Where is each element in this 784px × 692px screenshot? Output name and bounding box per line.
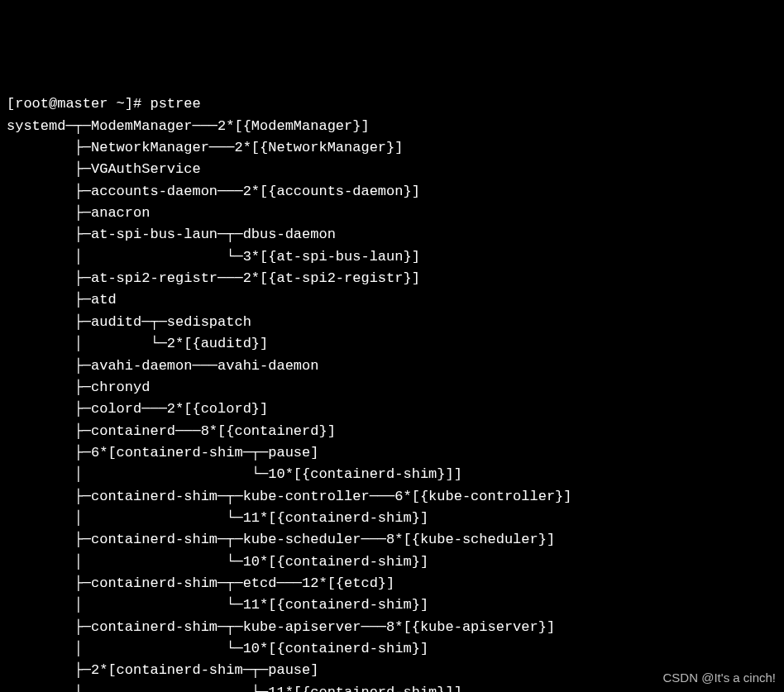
pstree-line: ├─containerd───8*[{containerd}]	[7, 423, 336, 439]
pstree-line: │ └─10*[{containerd-shim}]	[7, 641, 428, 656]
terminal-output: [root@master ~]# pstree systemd─┬─ModemM…	[7, 93, 777, 692]
pstree-line: ├─VGAuthService	[7, 161, 201, 177]
shell-prompt-line: [root@master ~]# pstree	[7, 96, 201, 112]
pstree-line: ├─containerd-shim─┬─kube-controller───6*…	[7, 489, 572, 504]
pstree-line: ├─colord───2*[{colord}]	[7, 401, 268, 417]
pstree-line: ├─at-spi-bus-laun─┬─dbus-daemon	[7, 227, 336, 242]
pstree-line: ├─avahi-daemon───avahi-daemon	[7, 358, 318, 374]
pstree-line: ├─NetworkManager───2*[{NetworkManager}]	[7, 140, 403, 155]
pstree-line: ├─anacron	[7, 205, 150, 221]
pstree-line: ├─chronyd	[7, 379, 150, 395]
pstree-line: ├─2*[containerd-shim─┬─pause]	[7, 662, 318, 678]
pstree-line: ├─6*[containerd-shim─┬─pause]	[7, 445, 318, 461]
pstree-line: ├─at-spi2-registr───2*[{at-spi2-registr}…	[7, 270, 420, 286]
pstree-line: │ └─3*[{at-spi-bus-laun}]	[7, 249, 420, 265]
pstree-line: ├─auditd─┬─sedispatch	[7, 314, 251, 330]
pstree-line: │ └─11*[{containerd-shim}]	[7, 510, 428, 526]
pstree-line: systemd─┬─ModemManager───2*[{ModemManage…	[7, 118, 370, 134]
pstree-line: │ └─2*[{auditd}]	[7, 336, 268, 351]
pstree-line: │ └─10*[{containerd-shim}]]	[7, 466, 462, 482]
pstree-line: │ └─11*[{containerd-shim}]]	[7, 685, 462, 692]
pstree-line: │ └─10*[{containerd-shim}]	[7, 554, 428, 570]
pstree-line: ├─containerd-shim─┬─etcd───12*[{etcd}]	[7, 575, 394, 591]
watermark: CSDN @It's a cinch!	[663, 668, 776, 687]
pstree-line: ├─accounts-daemon───2*[{accounts-daemon}…	[7, 184, 420, 199]
pstree-line: │ └─11*[{containerd-shim}]	[7, 597, 428, 613]
pstree-line: ├─containerd-shim─┬─kube-apiserver───8*[…	[7, 619, 555, 635]
pstree-line: ├─containerd-shim─┬─kube-scheduler───8*[…	[7, 532, 555, 547]
pstree-line: ├─atd	[7, 292, 117, 308]
